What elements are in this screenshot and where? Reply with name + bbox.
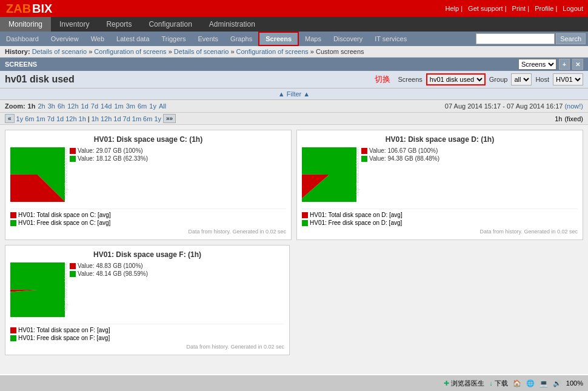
nav-left: « 1y 6m 1m 7d 1d 12h 1h | 1h 12h 1d 7d 1… [5,114,176,123]
subnav-web[interactable]: Web [85,32,110,46]
zoom-1m[interactable]: 1m [114,102,123,110]
screens-dropdown[interactable]: Screens [518,59,556,70]
taskbar-zoom: 100% [566,379,583,387]
chart-f-legend: HV01: Total disk space on F: [avg] HV01:… [10,324,284,341]
chart-c-red-box [70,148,76,154]
chart-f-green-box [70,271,76,277]
nav-arrows-bar: « 1y 6m 1m 7d 1d 12h 1h | 1h 12h 1d 7d 1… [0,113,588,125]
subnav-it-services[interactable]: IT services [369,32,413,46]
breadcrumb-current: Custom screens [316,48,364,55]
zoom-1d[interactable]: 1d [81,102,89,110]
taskbar-home-icon[interactable]: 🏠 [513,379,521,387]
search-button[interactable]: Search [556,33,586,44]
chart-c-legend-1: HV01: Total disk space on C: [avg] [18,212,111,218]
nav-back-7d[interactable]: 7d [47,115,55,122]
nav-fwd-7d[interactable]: 7d [123,115,130,122]
nav-monitoring[interactable]: Monitoring [0,17,51,32]
nav-fwd-all[interactable]: »» [163,114,176,123]
breadcrumb-link-2[interactable]: Configuration of screens [94,48,166,55]
zoom-3m[interactable]: 3m [126,102,135,110]
subnav-maps[interactable]: Maps [299,32,327,46]
zoom-6m[interactable]: 6m [138,102,147,110]
nav-fwd-1h[interactable]: 1h [92,115,99,122]
close-screen-icon[interactable]: ✕ [572,59,583,70]
subnav-discovery[interactable]: Discovery [327,32,369,46]
search-input[interactable] [476,33,555,44]
nav-reports[interactable]: Reports [98,17,140,32]
breadcrumb-link-1[interactable]: Details of scenario [32,48,87,55]
zoom-14d[interactable]: 14d [101,102,112,110]
search-bar: Search [473,32,588,46]
nav-back-all[interactable]: « [5,114,15,123]
subnav-graphs[interactable]: Graphs [224,32,258,46]
support-link[interactable]: Get support [468,5,503,12]
chart-c-pie [10,147,65,202]
now-link[interactable]: (now!) [564,102,583,110]
chart-c-green-box [70,156,76,162]
taskbar-download[interactable]: ↓ 下载 [489,379,508,388]
nav-fixed: (fixed) [564,115,583,122]
nav-fwd-12h[interactable]: 12h [101,115,112,122]
subnav-screens[interactable]: Screens [258,32,299,46]
nav-administration[interactable]: Administration [201,17,264,32]
profile-link[interactable]: Profile [535,5,553,12]
add-screen-icon[interactable]: + [559,59,570,70]
nav-fwd-6m[interactable]: 6m [143,115,152,122]
nav-separator: | [88,115,90,122]
screens-select[interactable]: hv01 disk used [426,73,486,85]
zoom-7d[interactable]: 7d [91,102,98,110]
zoom-all[interactable]: All [159,102,166,110]
help-link[interactable]: Help [445,5,459,12]
zoom-links: Zoom: 1h 2h 3h 6h 12h 1d 7d 14d 1m 3m 6m… [5,102,166,110]
svg-point-3 [305,150,353,199]
nav-fwd-1d[interactable]: 1d [113,115,121,122]
chart-d-watermark: http://www.zabbix.com [355,147,360,196]
group-select[interactable]: all [511,73,532,85]
nav-configuration[interactable]: Configuration [140,17,200,32]
nav-inventory[interactable]: Inventory [51,17,98,32]
chart-d-legend-red [302,212,308,218]
zoom-12h[interactable]: 12h [67,102,78,110]
nav-back-1h[interactable]: 1h [79,115,86,122]
host-select[interactable]: HV01 [553,73,583,85]
nav-fwd-1m[interactable]: 1m [132,115,141,122]
nav-back-6m[interactable]: 6m [25,115,34,122]
taskbar: ✚ 浏览器医生 ↓ 下载 🏠 🌐 💻 🔊 100% [0,374,588,391]
filter-bar[interactable]: ▲ Filter ▲ [0,89,588,100]
nav-fwd-1y[interactable]: 1y [154,115,161,122]
print-link[interactable]: Print [512,5,526,12]
chart-f-title: HV01: Disk space usage F: (1h) [10,250,284,259]
taskbar-browser[interactable]: ✚ 浏览器医生 [444,379,484,388]
zoom-6h[interactable]: 6h [58,102,65,110]
chart-f-val-1: Value: 48.83 GB (100%) [78,262,143,269]
title-controls: 切换 Screens hv01 disk used Group all Host… [375,73,583,85]
chart-d-legend-green [302,220,308,226]
chart-f: HV01: Disk space usage F: (1h) http://ww… [5,245,290,355]
taskbar-computer-icon[interactable]: 💻 [540,379,548,387]
subnav-events[interactable]: Events [192,32,224,46]
chart-f-pie [10,262,65,317]
logout-link[interactable]: Logout [563,5,583,12]
chart-d-pie [302,147,356,202]
breadcrumb-link-3[interactable]: Details of scenario [174,48,229,55]
breadcrumb-link-4[interactable]: Configuration of screens [236,48,309,55]
subnav-overview[interactable]: Overview [45,32,85,46]
subnav-latest-data[interactable]: Latest data [110,32,155,46]
nav-back-1d[interactable]: 1d [56,115,64,122]
nav-back-12h[interactable]: 12h [65,115,76,122]
chart-c-legend-red [10,212,16,218]
subnav-dashboard[interactable]: Dashboard [0,32,45,46]
screens-ctrl-label: Screens [398,76,422,83]
zoom-1y[interactable]: 1y [149,102,156,110]
taskbar-globe-icon[interactable]: 🌐 [526,379,535,387]
nav-back-1m[interactable]: 1m [36,115,45,122]
zoom-2h[interactable]: 2h [38,102,45,110]
chart-f-values: Value: 48.83 GB (100%) Value: 48.14 GB (… [70,262,284,277]
nav-back-1y[interactable]: 1y [16,115,24,122]
page-title: hv01 disk used [5,74,75,85]
taskbar-sound-icon[interactable]: 🔊 [553,379,561,387]
zoom-1h[interactable]: 1h [28,102,36,110]
subnav-triggers[interactable]: Triggers [156,32,192,46]
chart-c-legend: HV01: Total disk space on C: [avg] HV01:… [10,209,286,226]
zoom-3h[interactable]: 3h [48,102,55,110]
